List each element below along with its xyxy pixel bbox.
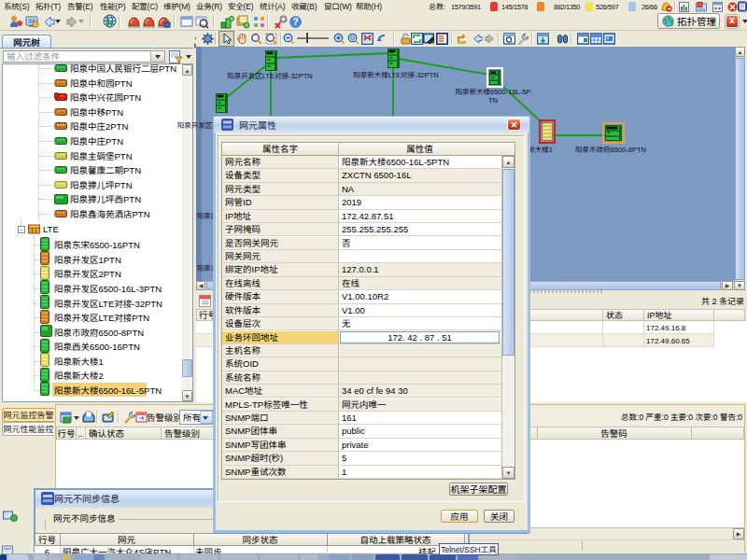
svg-text:?: ?: [292, 17, 298, 27]
